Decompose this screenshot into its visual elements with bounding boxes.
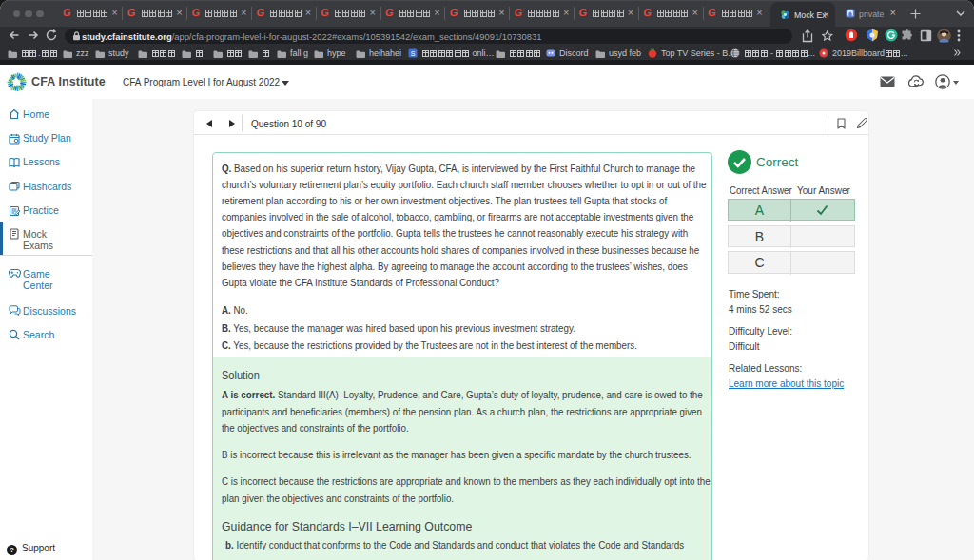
svg-text:S: S	[411, 50, 416, 57]
svg-text:?: ?	[10, 546, 14, 554]
